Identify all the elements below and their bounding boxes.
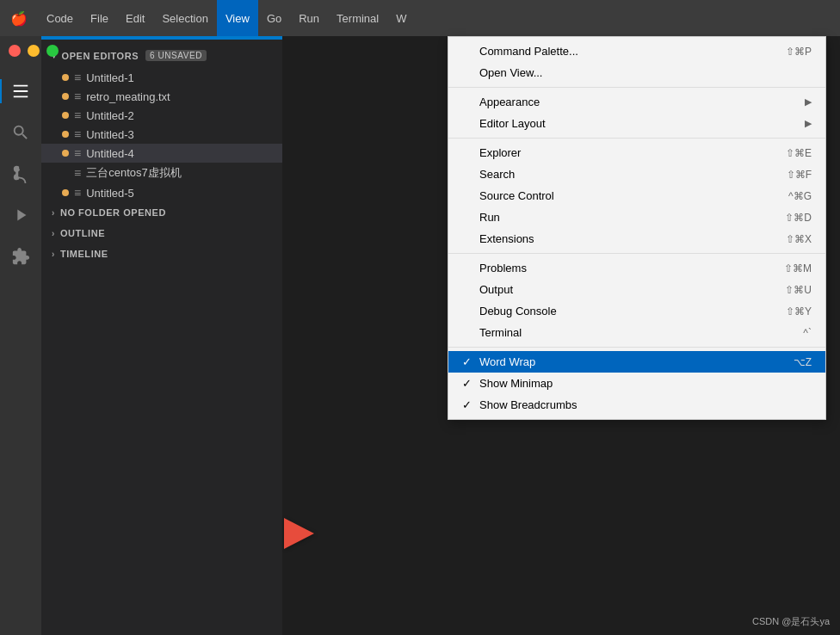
open-editors-header[interactable]: ▾ OPEN EDITORS 6 unsaved xyxy=(41,43,282,68)
file-untitled-2[interactable]: ≡ Untitled-2 xyxy=(41,106,282,125)
menu-problems[interactable]: Problems ⇧⌘M xyxy=(448,257,825,279)
menu-editor-layout[interactable]: Editor Layout ▶ xyxy=(448,113,825,134)
timeline-label: TIMELINE xyxy=(60,249,108,259)
item-shortcut: ^` xyxy=(803,327,812,339)
check-icon: ✓ xyxy=(462,398,476,411)
file-untitled-5[interactable]: ≡ Untitled-5 xyxy=(41,183,282,202)
file-untitled-1[interactable]: ≡ Untitled-1 xyxy=(41,68,282,87)
chevron-right-icon: › xyxy=(52,229,55,238)
menu-selection[interactable]: Selection xyxy=(153,0,216,36)
menu-section-2: Appearance ▶ Editor Layout ▶ xyxy=(448,88,825,139)
menu-search[interactable]: Search ⇧⌘F xyxy=(448,163,825,185)
apple-menu[interactable]: 🍎 xyxy=(0,10,38,27)
activity-run-debug[interactable] xyxy=(9,203,33,227)
file-centos[interactable]: ≡ 三台centos7虚拟机 xyxy=(41,163,282,183)
submenu-arrow-icon: ▶ xyxy=(805,96,812,108)
menu-view[interactable]: View xyxy=(217,0,258,36)
view-dropdown-menu: Command Palette... ⇧⌘P Open View... Appe… xyxy=(448,36,826,420)
unsaved-dot xyxy=(62,150,69,157)
file-name: retro_meating.txt xyxy=(86,90,170,103)
traffic-lights xyxy=(9,45,59,57)
menu-w[interactable]: W xyxy=(387,0,415,36)
menu-run[interactable]: Run ⇧⌘D xyxy=(448,207,825,228)
menu-debug-console[interactable]: Debug Console ⇧⌘Y xyxy=(448,300,825,322)
item-label: Terminal xyxy=(479,326,786,339)
menu-go[interactable]: Go xyxy=(258,0,290,36)
checkmark-placeholder xyxy=(462,146,476,159)
menu-show-minimap[interactable]: ✓ Show Minimap xyxy=(448,373,825,394)
check-icon: ✓ xyxy=(462,355,476,368)
file-untitled-3[interactable]: ≡ Untitled-3 xyxy=(41,125,282,144)
menu-terminal[interactable]: Terminal xyxy=(328,0,387,36)
menu-word-wrap[interactable]: ✓ Word Wrap ⌥Z xyxy=(448,351,825,373)
menu-section-1: Command Palette... ⇧⌘P Open View... xyxy=(448,37,825,88)
checkmark-placeholder xyxy=(462,117,476,130)
arrow-indicator xyxy=(284,518,314,549)
menu-code[interactable]: Code xyxy=(38,0,82,36)
sidebar: ▾ OPEN EDITORS 6 unsaved ≡ Untitled-1 ≡ … xyxy=(41,36,282,635)
checkmark-placeholder xyxy=(462,66,476,79)
item-label: Extensions xyxy=(479,232,769,245)
activity-explorer[interactable] xyxy=(9,79,33,103)
maximize-button[interactable] xyxy=(46,45,59,57)
item-label: Show Breadcrumbs xyxy=(479,398,794,411)
item-label: Open View... xyxy=(479,66,794,79)
file-retro-meating[interactable]: ≡ retro_meating.txt xyxy=(41,87,282,106)
close-button[interactable] xyxy=(9,45,21,57)
file-icon: ≡ xyxy=(74,108,81,122)
submenu-arrow-icon: ▶ xyxy=(805,118,812,129)
file-icon: ≡ xyxy=(74,166,81,180)
activity-extensions[interactable] xyxy=(9,244,33,268)
unsaved-dot xyxy=(62,93,69,100)
menu-bar: 🍎 Code File Edit Selection View Go Run T… xyxy=(0,0,840,36)
unsaved-badge: 6 unsaved xyxy=(145,50,207,61)
outline-section[interactable]: › OUTLINE xyxy=(41,223,282,244)
outline-label: OUTLINE xyxy=(60,228,105,238)
item-shortcut: ⇧⌘F xyxy=(787,169,812,181)
chevron-right-icon: › xyxy=(52,208,55,218)
menu-terminal[interactable]: Terminal ^` xyxy=(448,322,825,343)
timeline-section[interactable]: › TIMELINE xyxy=(41,244,282,264)
minimize-button[interactable] xyxy=(28,45,40,57)
file-icon: ≡ xyxy=(74,146,81,160)
checkmark-placeholder xyxy=(462,283,476,296)
menu-appearance[interactable]: Appearance ▶ xyxy=(448,91,825,113)
item-label: Search xyxy=(479,168,769,181)
activity-source-control[interactable] xyxy=(9,162,33,186)
chevron-right-icon: › xyxy=(52,250,55,259)
unsaved-dot xyxy=(62,131,69,138)
red-arrow-icon xyxy=(284,518,314,549)
menu-output[interactable]: Output ⇧⌘U xyxy=(448,279,825,300)
item-shortcut: ⇧⌘X xyxy=(786,233,812,245)
file-untitled-4[interactable]: ≡ Untitled-4 xyxy=(41,144,282,163)
menu-run[interactable]: Run xyxy=(290,0,328,36)
item-shortcut: ⇧⌘U xyxy=(785,284,812,296)
item-label: Debug Console xyxy=(479,305,769,318)
file-name: Untitled-3 xyxy=(86,128,134,141)
menu-command-palette[interactable]: Command Palette... ⇧⌘P xyxy=(448,40,825,62)
checkmark-placeholder xyxy=(462,305,476,318)
menu-file[interactable]: File xyxy=(82,0,117,36)
item-label: Editor Layout xyxy=(479,117,805,130)
unsaved-dot xyxy=(62,74,69,81)
file-name: Untitled-1 xyxy=(86,71,134,84)
checkmark-placeholder xyxy=(462,168,476,181)
file-name: Untitled-5 xyxy=(86,187,134,200)
checkmark-placeholder xyxy=(462,45,476,58)
checkmark-placeholder xyxy=(462,96,476,108)
item-label: Explorer xyxy=(479,146,769,159)
no-folder-section[interactable]: › NO FOLDER OPENED xyxy=(41,202,282,223)
checkmark-placeholder xyxy=(462,232,476,245)
open-editors-label: OPEN EDITORS xyxy=(62,51,139,61)
menu-source-control[interactable]: Source Control ^⌘G xyxy=(448,185,825,207)
menu-edit[interactable]: Edit xyxy=(117,0,153,36)
file-icon: ≡ xyxy=(74,71,81,84)
menu-explorer[interactable]: Explorer ⇧⌘E xyxy=(448,142,825,163)
menu-show-breadcrumbs[interactable]: ✓ Show Breadcrumbs xyxy=(448,394,825,416)
menu-extensions[interactable]: Extensions ⇧⌘X xyxy=(448,228,825,250)
unsaved-dot xyxy=(62,189,69,196)
activity-search[interactable] xyxy=(9,120,33,145)
menu-open-view[interactable]: Open View... xyxy=(448,62,825,83)
item-shortcut: ⇧⌘Y xyxy=(786,305,812,318)
file-name: Untitled-4 xyxy=(86,147,134,160)
